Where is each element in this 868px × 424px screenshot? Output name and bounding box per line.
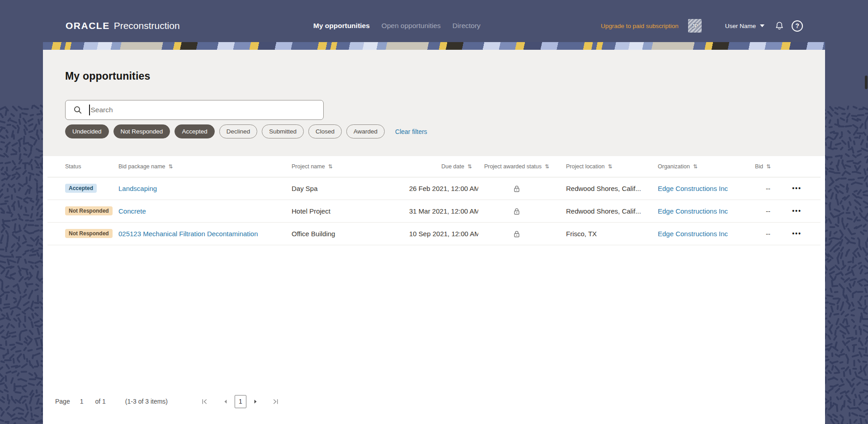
filter-chip-undecided[interactable]: Undecided <box>65 124 109 138</box>
column-header-project-location[interactable]: Project location⇅ <box>555 156 652 177</box>
help-button[interactable]: ? <box>792 20 803 32</box>
column-label: Project location <box>566 163 604 170</box>
last-page-button[interactable] <box>271 397 280 406</box>
sort-icon: ⇅ <box>545 163 549 170</box>
page-label: Page <box>55 398 70 405</box>
user-name-label: User Name <box>725 23 756 29</box>
avatar[interactable]: JP <box>688 19 702 33</box>
organization-link[interactable]: Edge Constructions Inc <box>658 207 728 215</box>
status-badge: Accepted <box>65 184 97 193</box>
column-header-bid-package-name[interactable]: Bid package name⇅ <box>113 156 286 177</box>
filter-chips: UndecidedNot RespondedAcceptedDeclinedSu… <box>65 124 385 138</box>
column-header-organization[interactable]: Organization⇅ <box>652 156 750 177</box>
status-badge: Not Responded <box>65 229 113 238</box>
awarded-status-cell <box>478 177 555 200</box>
bid-package-cell: 025123 Mechanical Filtration Decontamina… <box>113 222 286 245</box>
brand-logo[interactable]: ORACLEPreconstruction <box>66 20 180 31</box>
search-box <box>65 100 324 120</box>
user-menu[interactable]: User Name <box>725 23 764 29</box>
bid-package-cell: Concrete <box>113 200 286 222</box>
page-of-label: of 1 <box>95 398 106 405</box>
column-label: Status <box>65 163 81 170</box>
next-page-button[interactable] <box>251 397 259 406</box>
search-input[interactable] <box>90 106 324 114</box>
table-header-row: StatusBid package name⇅Project name⇅Due … <box>47 156 821 177</box>
product-name: Preconstruction <box>114 20 180 31</box>
clear-filters-link[interactable]: Clear filters <box>395 128 427 135</box>
decorative-banner <box>43 42 825 50</box>
due-date-cell: 10 Sep 2021, 12:00 AM <box>404 222 478 245</box>
filter-chip-accepted[interactable]: Accepted <box>175 124 214 138</box>
organization-link[interactable]: Edge Constructions Inc <box>658 185 728 192</box>
page-number: 1 <box>80 398 84 405</box>
bid-package-link[interactable]: Landscaping <box>118 185 157 192</box>
filter-bar: UndecidedNot RespondedAcceptedDeclinedSu… <box>65 124 427 138</box>
column-label: Due date <box>441 163 464 170</box>
row-actions-button[interactable]: ••• <box>789 184 804 192</box>
filter-chip-not-responded[interactable]: Not Responded <box>113 124 170 138</box>
first-page-icon <box>201 398 208 405</box>
page-title: My opportunities <box>65 70 150 82</box>
organization-cell: Edge Constructions Inc <box>652 222 750 245</box>
scrollbar[interactable] <box>865 76 868 89</box>
bid-package-cell: Landscaping <box>113 177 286 200</box>
sort-icon: ⇅ <box>693 163 698 170</box>
column-header-status: Status <box>47 156 113 177</box>
app: ORACLEPreconstruction My opportunitiesOp… <box>0 0 868 424</box>
project-name-cell: Office Building <box>286 222 404 245</box>
status-cell: Not Responded <box>47 200 113 222</box>
organization-cell: Edge Constructions Inc <box>652 200 750 222</box>
row-actions-button[interactable]: ••• <box>789 207 804 215</box>
sort-icon: ⇅ <box>467 163 472 170</box>
bid-package-link[interactable]: 025123 Mechanical Filtration Decontamina… <box>118 230 258 238</box>
status-cell: Accepted <box>47 177 113 200</box>
next-page-icon <box>252 398 259 405</box>
project-name-cell: Hotel Project <box>286 200 404 222</box>
column-header-project-awarded-status[interactable]: Project awarded status⇅ <box>478 156 555 177</box>
page-1-button[interactable]: 1 <box>235 395 246 408</box>
upgrade-subscription-link[interactable]: Upgrade to paid subscription <box>601 23 679 29</box>
bid-cell: -- <box>750 177 781 200</box>
table-row: Not RespondedConcreteHotel Project31 Mar… <box>47 200 821 222</box>
filter-chip-closed[interactable]: Closed <box>308 124 342 138</box>
column-header-bid[interactable]: Bid⇅ <box>750 156 781 177</box>
column-label: Bid <box>755 163 763 170</box>
last-page-icon <box>272 398 279 405</box>
opportunities-table-area: StatusBid package name⇅Project name⇅Due … <box>43 156 825 424</box>
lock-icon <box>513 230 521 238</box>
nav-item-directory[interactable]: Directory <box>453 22 481 30</box>
column-header-due-date[interactable]: Due date⇅ <box>404 156 478 177</box>
organization-cell: Edge Constructions Inc <box>652 177 750 200</box>
status-badge: Not Responded <box>65 206 113 215</box>
due-date-cell: 26 Feb 2021, 12:00 AM <box>404 177 478 200</box>
primary-nav: My opportunitiesOpen opportunitiesDirect… <box>313 22 481 30</box>
content-card: My opportunities UndecidedNot RespondedA… <box>43 42 825 424</box>
previous-page-icon <box>222 398 229 405</box>
nav-item-my-opportunities[interactable]: My opportunities <box>313 22 370 30</box>
column-label: Bid package name <box>118 163 165 170</box>
project-location-cell: Frisco, TX <box>555 222 652 245</box>
previous-page-button[interactable] <box>222 397 230 406</box>
first-page-button[interactable] <box>200 397 209 406</box>
filter-chip-awarded[interactable]: Awarded <box>346 124 385 138</box>
organization-link[interactable]: Edge Constructions Inc <box>658 230 728 238</box>
status-cell: Not Responded <box>47 222 113 245</box>
column-header-project-name[interactable]: Project name⇅ <box>286 156 404 177</box>
filter-chip-declined[interactable]: Declined <box>219 124 258 138</box>
notifications-button[interactable] <box>774 21 784 31</box>
filter-chip-submitted[interactable]: Submitted <box>262 124 304 138</box>
column-label: Project awarded status <box>484 163 542 170</box>
nav-item-open-opportunities[interactable]: Open opportunities <box>382 22 441 30</box>
due-date-cell: 31 Mar 2021, 12:00 AM <box>404 200 478 222</box>
project-location-cell: Redwood Shores, Calif... <box>555 177 652 200</box>
sort-icon: ⇅ <box>608 163 612 170</box>
table-row: AcceptedLandscapingDay Spa26 Feb 2021, 1… <box>47 177 821 200</box>
lock-icon <box>513 207 521 215</box>
row-actions-button[interactable]: ••• <box>789 229 804 238</box>
column-label: Organization <box>658 163 690 170</box>
table-row: Not Responded025123 Mechanical Filtratio… <box>47 222 821 245</box>
bid-package-link[interactable]: Concrete <box>118 207 146 215</box>
opportunities-table: StatusBid package name⇅Project name⇅Due … <box>47 156 821 245</box>
pagination: Page 1 of 1 (1-3 of 3 items) 1 <box>55 393 280 410</box>
actions-cell: ••• <box>781 177 821 200</box>
